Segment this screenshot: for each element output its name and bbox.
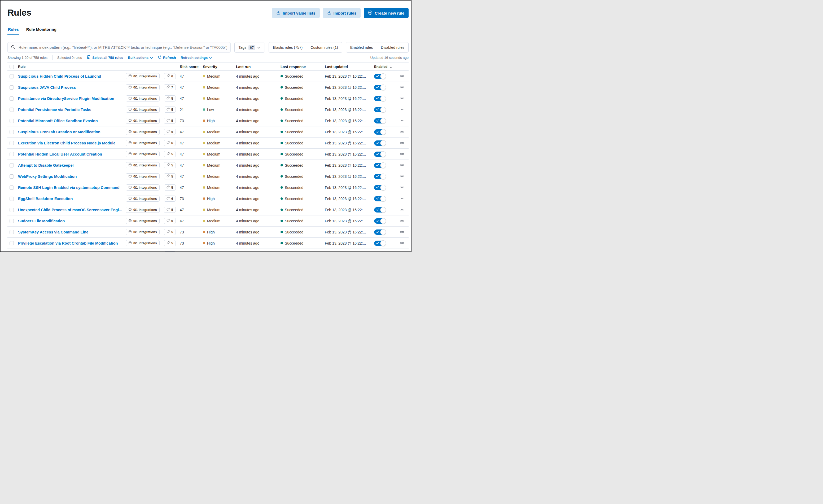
row-actions-button[interactable] [399,85,405,89]
row-checkbox[interactable] [10,85,14,89]
refresh-button[interactable]: Refresh [158,55,176,60]
integrations-badge[interactable]: 0/1 integrations [126,196,160,202]
row-checkbox[interactable] [10,219,14,223]
enabled-toggle[interactable] [374,241,386,246]
integrations-badge[interactable]: 0/1 integrations [126,185,160,191]
tags-badge[interactable]: 6 [164,251,176,252]
row-actions-button[interactable] [399,96,405,100]
row-checkbox[interactable] [10,107,14,112]
integrations-badge[interactable]: 0/1 integrations [126,95,160,101]
integrations-badge[interactable]: 0/1 integrations [126,207,160,213]
row-actions-button[interactable] [399,219,405,223]
rule-name-link[interactable]: Execution via Electron Child Process Nod… [18,141,115,145]
rule-name-link[interactable]: Unexpected Child Process of macOS Screen… [18,208,122,212]
integrations-badge[interactable]: 0/1 integrations [126,140,160,146]
tab-rule-monitoring[interactable]: Rule Monitoring [26,27,57,35]
tags-badge[interactable]: 5 [164,229,176,235]
integrations-badge[interactable]: 0/1 integrations [126,117,160,124]
integrations-badge[interactable]: 0/1 integrations [126,218,160,224]
rule-name-link[interactable]: Attempt to Disable Gatekeeper [18,163,74,168]
row-checkbox[interactable] [10,208,14,212]
enabled-toggle[interactable] [374,129,386,135]
column-header-risk-score[interactable]: Risk score [180,65,203,69]
import-value-lists-button[interactable]: Import value lists [272,8,320,18]
import-rules-button[interactable]: Import rules [323,8,361,18]
tags-filter-button[interactable]: Tags 67 [235,42,265,52]
tags-badge[interactable]: 5 [164,106,176,112]
rule-name-link[interactable]: Potential Persistence via Periodic Tasks [18,107,91,112]
tab-rules[interactable]: Rules [7,27,19,35]
tags-badge[interactable]: 6 [164,73,176,79]
row-checkbox[interactable] [10,186,14,190]
integrations-badge[interactable]: 0/1 integrations [126,106,160,112]
tags-badge[interactable]: 5 [164,240,176,246]
integrations-badge[interactable]: 0/1 integrations [126,151,160,157]
row-checkbox[interactable] [10,241,14,245]
enabled-toggle[interactable] [374,218,386,224]
tags-badge[interactable]: 5 [164,207,176,213]
enabled-toggle[interactable] [374,152,386,157]
refresh-settings-button[interactable]: Refresh settings [181,56,212,60]
row-actions-button[interactable] [399,174,405,178]
row-actions-button[interactable] [399,119,405,123]
column-header-last-updated[interactable]: Last updated [325,65,374,69]
tags-badge[interactable]: 5 [164,117,176,124]
rule-search-input[interactable] [18,45,227,50]
row-actions-button[interactable] [399,163,405,167]
row-actions-button[interactable] [399,241,405,245]
tags-badge[interactable]: 5 [164,173,176,179]
row-actions-button[interactable] [399,230,405,234]
integrations-badge[interactable]: 0/1 integrations [126,73,160,79]
enabled-toggle[interactable] [374,163,386,168]
elastic-rules-filter-button[interactable]: Elastic rules (757) [269,42,307,52]
rule-name-link[interactable]: Suspicious JAVA Child Process [18,85,76,89]
rule-name-link[interactable]: Sudoers File Modification [18,219,65,223]
enabled-toggle[interactable] [374,85,386,90]
rule-name-link[interactable]: WebProxy Settings Modification [18,174,76,179]
create-new-rule-button[interactable]: Create new rule [364,8,408,18]
row-actions-button[interactable] [399,208,405,212]
integrations-badge[interactable]: 0/1 integrations [126,129,160,135]
row-checkbox[interactable] [10,74,14,78]
custom-rules-filter-button[interactable]: Custom rules (1) [307,42,342,52]
rule-name-link[interactable]: Potential Microsoft Office Sandbox Evasi… [18,119,98,123]
rule-name-link[interactable]: Potential Hidden Local User Account Crea… [18,152,102,156]
row-actions-button[interactable] [399,152,405,156]
enabled-rules-filter-button[interactable]: Enabled rules [346,42,377,52]
row-checkbox[interactable] [10,174,14,179]
rule-name-link[interactable]: Suspicious CronTab Creation or Modificat… [18,130,101,134]
enabled-toggle[interactable] [374,107,386,112]
enabled-toggle[interactable] [374,207,386,213]
row-checkbox[interactable] [10,163,14,168]
disabled-rules-filter-button[interactable]: Disabled rules [377,42,408,52]
rule-name-link[interactable]: SystemKey Access via Command Line [18,230,88,234]
integrations-badge[interactable]: 0/1 integrations [126,84,160,90]
enabled-toggle[interactable] [374,141,386,146]
row-checkbox[interactable] [10,96,14,101]
tags-badge[interactable]: 5 [164,151,176,157]
rule-name-link[interactable]: Remote SSH Login Enabled via systemsetup… [18,186,120,190]
tags-badge[interactable]: 6 [164,218,176,224]
integrations-badge[interactable]: 0/1 integrations [126,240,160,246]
tags-badge[interactable]: 6 [164,196,176,202]
row-checkbox[interactable] [10,119,14,123]
row-checkbox[interactable] [10,141,14,145]
rule-name-link[interactable]: Privilege Escalation via Root Crontab Fi… [18,241,118,245]
enabled-toggle[interactable] [374,74,386,79]
integrations-badge[interactable]: 0/1 integrations [126,173,160,179]
column-header-severity[interactable]: Severity [203,65,236,69]
rule-name-link[interactable]: Suspicious Hidden Child Process of Launc… [18,74,101,78]
enabled-toggle[interactable] [374,118,386,123]
select-all-link[interactable]: Select all 758 rules [87,55,123,60]
integrations-badge[interactable]: 0/1 integrations [126,229,160,235]
rule-name-link[interactable]: EggShell Backdoor Execution [18,197,73,201]
tags-badge[interactable]: 5 [164,162,176,168]
tags-badge[interactable]: 7 [164,84,176,90]
tags-badge[interactable]: 6 [164,140,176,146]
tags-badge[interactable]: 5 [164,129,176,135]
enabled-toggle[interactable] [374,185,386,190]
enabled-toggle[interactable] [374,174,386,179]
enabled-toggle[interactable] [374,252,386,252]
row-actions-button[interactable] [399,186,405,190]
column-header-last-run[interactable]: Last run [236,65,281,69]
